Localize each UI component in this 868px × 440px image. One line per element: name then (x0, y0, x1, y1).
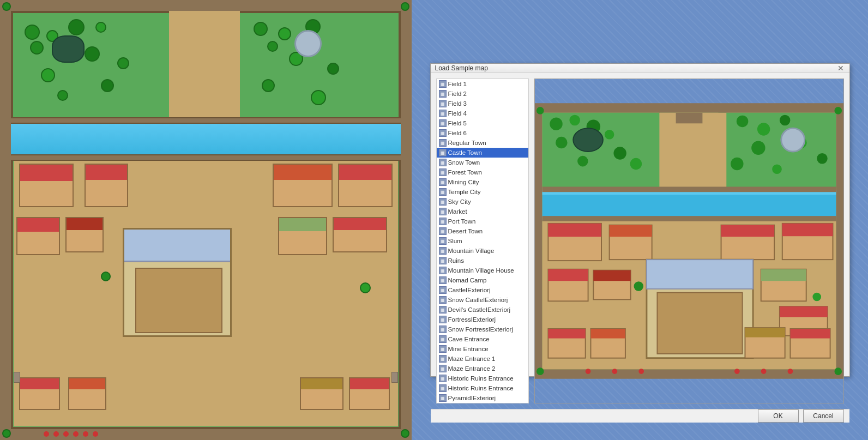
list-item[interactable]: ▦Field 3 (437, 99, 528, 109)
svg-rect-49 (779, 306, 827, 317)
svg-rect-23 (660, 113, 718, 190)
list-item[interactable]: ▦Snow CastleIExteriorj (437, 295, 528, 305)
svg-point-65 (612, 369, 617, 374)
svg-point-13 (573, 128, 603, 152)
list-item[interactable]: ▦PyramidIExteriorj (437, 393, 528, 403)
map-bottom-ground (14, 212, 398, 426)
list-item[interactable]: ▦Field 2 (437, 89, 528, 99)
svg-rect-27 (542, 186, 836, 192)
map-wall-top (11, 117, 401, 124)
list-item[interactable]: ▦Castle Town (437, 148, 528, 158)
map-list-scrollarea[interactable]: ▦Field 1▦Field 2▦Field 3▦Field 4▦Field 5… (437, 79, 528, 403)
map-item-label: Port Town (448, 218, 476, 225)
map-item-icon: ▦ (439, 119, 447, 127)
map-item-label: Nomad Camp (448, 277, 487, 284)
list-item[interactable]: ▦Ruins (437, 256, 528, 266)
svg-point-61 (834, 367, 842, 375)
list-item[interactable]: ▦Cave Entrance (437, 334, 528, 344)
list-item[interactable]: ▦Sky City (437, 197, 528, 207)
map-item-label: Maze Entrance 2 (448, 365, 496, 372)
svg-point-68 (761, 369, 766, 374)
list-item[interactable]: ▦Field 5 (437, 118, 528, 128)
dialog-overlay: Load Sample map ✕ ▦Field 1▦Field 2▦Field… (412, 0, 868, 440)
list-item[interactable]: ▦Mountain Village House (437, 266, 528, 275)
svg-point-14 (736, 116, 748, 127)
svg-point-19 (817, 153, 828, 164)
map-item-icon: ▦ (439, 100, 447, 107)
map-top-path (169, 11, 240, 120)
map-item-label: Field 3 (448, 100, 467, 107)
load-sample-map-dialog: Load Sample map ✕ ▦Field 1▦Field 2▦Field… (430, 63, 850, 377)
list-item[interactable]: ▦Devil's CastleIExteriorj (437, 305, 528, 315)
list-item[interactable]: ▦Field 4 (437, 109, 528, 118)
list-item[interactable]: ▦Field 6 (437, 128, 528, 138)
map-preview-svg (535, 79, 843, 403)
svg-point-59 (834, 107, 842, 114)
list-item[interactable]: ▦Historic Ruins Entrance (437, 383, 528, 393)
map-middle-ground (14, 161, 398, 213)
list-item[interactable]: ▦Mine Entrance (437, 344, 528, 354)
main-map (0, 0, 412, 440)
map-bottom-decoration (44, 431, 368, 437)
map-item-label: Mining City (448, 179, 479, 185)
map-item-icon: ▦ (439, 296, 447, 304)
map-item-label: PyramidIExteriorj (448, 395, 496, 401)
map-item-icon: ▦ (439, 355, 447, 363)
map-item-label: Castle Town (448, 149, 482, 156)
svg-rect-47 (761, 269, 806, 281)
list-item[interactable]: ▦Snow FortressIExteriorj (437, 324, 528, 334)
map-item-icon: ▦ (439, 218, 447, 225)
map-item-label: Field 4 (448, 110, 467, 117)
list-item[interactable]: ▦Mining City (437, 177, 528, 187)
list-item[interactable]: ▦Maze Entrance 2 (437, 364, 528, 373)
map-item-label: Historic Ruins Entrance (448, 385, 514, 391)
list-item[interactable]: ▦Slum (437, 236, 528, 246)
list-item[interactable]: ▦Field 1 (437, 79, 528, 89)
list-item[interactable]: ▦Mountain Village (437, 246, 528, 256)
dialog-title: Load Sample map (435, 64, 488, 72)
map-item-label: Temple City (448, 189, 481, 195)
svg-point-66 (638, 369, 644, 374)
map-item-label: Regular Town (448, 140, 486, 146)
svg-point-69 (787, 369, 793, 374)
dialog-close-button[interactable]: ✕ (836, 64, 845, 73)
list-item[interactable]: ▦Market (437, 207, 528, 216)
list-item[interactable]: ▦Historic Ruins Entrance (437, 373, 528, 383)
list-item[interactable]: ▦Forest Town (437, 167, 528, 177)
svg-point-21 (772, 164, 782, 174)
map-item-label: FortressIExteriorj (448, 316, 496, 323)
map-top-left-green (14, 14, 166, 117)
list-item[interactable]: ▦Desert Town (437, 226, 528, 236)
svg-point-6 (569, 115, 580, 126)
map-item-icon: ▦ (439, 375, 447, 382)
svg-rect-24 (676, 113, 702, 124)
svg-point-15 (757, 123, 769, 135)
list-item[interactable]: ▦Temple City (437, 187, 528, 197)
map-list-panel: ▦Field 1▦Field 2▦Field 3▦Field 4▦Field 5… (436, 79, 529, 403)
map-item-icon: ▦ (439, 237, 447, 245)
map-preview-panel (534, 79, 844, 403)
ok-button[interactable]: OK (758, 409, 799, 423)
map-item-label: Historic Ruins Entrance (448, 375, 514, 382)
list-item[interactable]: ▦Nomad Camp (437, 275, 528, 285)
map-item-label: Field 5 (448, 120, 467, 126)
list-item[interactable]: ▦FortressIExteriorj (437, 315, 528, 324)
list-item[interactable]: ▦Port Town (437, 216, 528, 226)
list-item[interactable]: ▦Snow Town (437, 158, 528, 167)
map-wall-bottom (11, 154, 401, 161)
map-item-label: CastleIExteriorj (448, 287, 491, 293)
map-item-icon: ▦ (439, 159, 447, 166)
svg-point-10 (613, 147, 626, 159)
svg-rect-42 (593, 270, 630, 281)
list-item[interactable]: ▦Regular Town (437, 138, 528, 148)
svg-rect-45 (657, 293, 742, 354)
list-item[interactable]: ▦Maze Entrance 1 (437, 354, 528, 364)
map-top-right-green (245, 14, 398, 117)
cancel-button[interactable]: Cancel (803, 409, 844, 423)
map-item-icon: ▦ (439, 335, 447, 343)
svg-rect-33 (609, 225, 652, 237)
svg-point-8 (556, 137, 567, 148)
map-item-icon: ▦ (439, 80, 447, 88)
list-item[interactable]: ▦CastleIExteriorj (437, 285, 528, 295)
map-item-label: Cave Entrance (448, 336, 490, 342)
